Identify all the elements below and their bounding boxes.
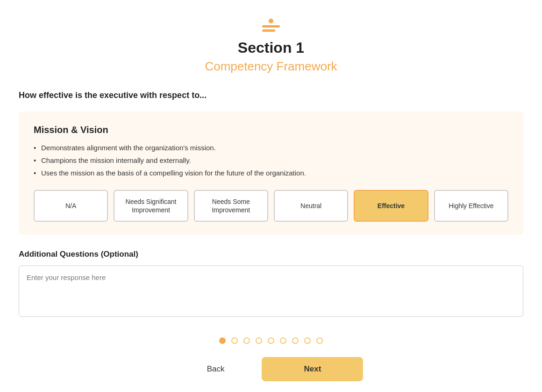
dot-8[interactable] [304, 337, 311, 344]
dot-6[interactable] [280, 337, 286, 344]
rating-needs-significant[interactable]: Needs Significant Improvement [114, 190, 188, 222]
pagination-dots [19, 337, 523, 344]
dot-5[interactable] [268, 337, 274, 344]
competency-card: Mission & Vision Demonstrates alignment … [19, 112, 523, 235]
dot-1[interactable] [219, 337, 226, 344]
page-content: How effective is the executive with resp… [19, 91, 523, 381]
logo-line-2 [262, 29, 275, 32]
logo-dot [269, 19, 273, 23]
competency-title: Mission & Vision [34, 125, 508, 135]
dot-2[interactable] [231, 337, 238, 344]
section-title: Section 1 [238, 39, 304, 56]
bullet-list: Demonstrates alignment with the organiza… [34, 144, 508, 177]
rating-needs-some[interactable]: Needs Some Improvement [194, 190, 268, 222]
section-subtitle: Competency Framework [205, 59, 337, 74]
back-button[interactable]: Back [179, 357, 253, 381]
dot-3[interactable] [243, 337, 250, 344]
additional-questions-textarea[interactable] [19, 266, 523, 317]
rating-highly-effective[interactable]: Highly Effective [434, 190, 508, 222]
main-question: How effective is the executive with resp… [19, 91, 523, 100]
dot-9[interactable] [316, 337, 323, 344]
bullet-item-2: Champions the mission internally and ext… [34, 156, 508, 164]
bullet-item-1: Demonstrates alignment with the organiza… [34, 144, 508, 152]
dot-7[interactable] [292, 337, 299, 344]
additional-questions-label: Additional Questions (Optional) [19, 250, 523, 259]
rating-neutral[interactable]: Neutral [274, 190, 348, 222]
rating-na[interactable]: N/A [34, 190, 108, 222]
logo-lines [262, 25, 280, 32]
rating-buttons: N/A Needs Significant Improvement Needs … [34, 190, 508, 222]
next-button[interactable]: Next [262, 357, 363, 381]
rating-effective[interactable]: Effective [354, 190, 428, 222]
additional-questions-section: Additional Questions (Optional) [19, 250, 523, 319]
nav-buttons: Back Next [19, 357, 523, 381]
logo-icon [262, 19, 280, 32]
bullet-item-3: Uses the mission as the basis of a compe… [34, 169, 508, 177]
dot-4[interactable] [256, 337, 262, 344]
logo-line-1 [262, 25, 280, 28]
